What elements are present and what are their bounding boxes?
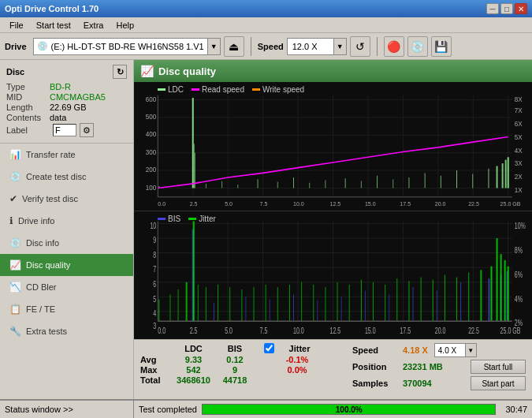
svg-text:12.5: 12.5: [329, 326, 340, 335]
svg-text:5: 5: [153, 294, 156, 304]
svg-text:25.0 GB: 25.0 GB: [500, 200, 521, 207]
maximize-button[interactable]: □: [500, 3, 513, 14]
svg-rect-56: [392, 179, 393, 188]
disc-mid-row: MID CMCMAGBA5: [6, 92, 127, 102]
legend-write-speed: Write speed: [252, 85, 304, 94]
svg-rect-57: [408, 177, 409, 188]
svg-text:4%: 4%: [515, 294, 523, 304]
svg-rect-43: [194, 144, 195, 188]
max-bis: 9: [215, 365, 255, 375]
svg-text:100: 100: [146, 183, 157, 192]
svg-rect-152: [456, 277, 457, 321]
svg-text:6: 6: [153, 279, 156, 289]
menu-bar: File Start test Extra Help: [0, 17, 532, 33]
progress-text: 100.0%: [203, 405, 495, 414]
svg-text:22.5: 22.5: [468, 200, 479, 207]
label-settings-button[interactable]: ⚙: [80, 123, 94, 137]
svg-rect-63: [497, 166, 498, 188]
legend-bis-label: BIS: [168, 215, 180, 223]
svg-rect-64: [502, 163, 504, 188]
drive-select[interactable]: 💿 (E:) HL-DT-ST BD-RE WH16NS58 1.V1: [33, 38, 208, 55]
svg-rect-144: [361, 279, 362, 321]
svg-text:6X: 6X: [515, 120, 523, 129]
svg-rect-127: [178, 289, 179, 321]
svg-text:400: 400: [146, 130, 157, 139]
close-button[interactable]: ✕: [515, 3, 527, 14]
sidebar-item-transfer-rate[interactable]: 📊 Transfer rate: [0, 144, 133, 166]
start-part-button[interactable]: Start part: [471, 376, 526, 390]
svg-rect-143: [349, 284, 350, 320]
position-value: 23231 MB: [403, 362, 443, 371]
menu-help[interactable]: Help: [110, 19, 140, 32]
sidebar-item-verify-test[interactable]: ✔ Verify test disc: [0, 188, 133, 210]
fe-te-icon: 📋: [9, 304, 21, 315]
sidebar-item-disc-info[interactable]: 💿 Disc info: [0, 232, 133, 254]
speed-select[interactable]: 12.0 X: [287, 38, 334, 55]
status-window-button[interactable]: Status window >>: [0, 401, 133, 418]
samples-label: Samples: [352, 379, 400, 388]
svg-text:20.0: 20.0: [435, 326, 446, 335]
sidebar-item-disc-quality[interactable]: 📈 Disc quality: [0, 254, 133, 276]
speed-dropdown-arrow[interactable]: ▼: [334, 38, 347, 55]
svg-text:0.0: 0.0: [158, 200, 166, 207]
legend-jitter-label: Jitter: [199, 215, 216, 223]
svg-text:2X: 2X: [515, 173, 523, 181]
charts-area: LDC Read speed Write speed: [134, 82, 532, 339]
menu-file[interactable]: File: [3, 19, 30, 32]
stats-header-jitter: Jitter: [276, 344, 323, 353]
sidebar-item-cd-bler[interactable]: 📉 CD Bler: [0, 276, 133, 298]
disc-label-input[interactable]: [53, 124, 76, 136]
erase-button[interactable]: 🔴: [384, 36, 404, 57]
minimize-button[interactable]: ─: [486, 3, 499, 14]
start-full-button[interactable]: Start full: [471, 360, 526, 374]
sidebar-item-create-test[interactable]: 💿 Create test disc: [0, 166, 133, 188]
svg-rect-48: [258, 179, 259, 188]
verify-test-icon: ✔: [9, 193, 17, 204]
read-speed-color-dot: [192, 88, 199, 91]
svg-rect-120: [437, 290, 437, 321]
save-button[interactable]: 💾: [431, 36, 452, 57]
status-time: 30:47: [505, 405, 527, 414]
total-ldc: 3468610: [172, 375, 215, 385]
refresh-button[interactable]: ↺: [350, 36, 370, 57]
eject-button[interactable]: ⏏: [224, 36, 244, 57]
svg-rect-131: [206, 286, 206, 320]
speed-dropdown-arrow[interactable]: ▼: [466, 343, 477, 357]
sidebar-item-extra-tests[interactable]: 🔧 Extra tests: [0, 320, 133, 342]
drive-dropdown-arrow[interactable]: ▼: [208, 38, 221, 55]
progress-bar-container: 100.0%: [202, 404, 496, 415]
disc-button[interactable]: 💿: [407, 36, 428, 57]
svg-rect-61: [472, 174, 473, 188]
nav-label-verify-test: Verify test disc: [22, 194, 78, 203]
app-title: Opti Drive Control 1.70: [5, 4, 99, 13]
svg-text:4X: 4X: [515, 146, 523, 155]
max-jitter: 0.0%: [273, 365, 321, 375]
speed-dropdown[interactable]: 4.0 X: [434, 343, 466, 357]
disc-quality-title: Disc quality: [158, 65, 216, 77]
legend-bis: BIS: [158, 215, 180, 223]
svg-rect-116: [341, 297, 342, 321]
svg-text:17.5: 17.5: [400, 326, 411, 335]
svg-rect-155: [490, 266, 492, 321]
svg-text:5.0: 5.0: [225, 326, 233, 335]
jitter-checkbox[interactable]: [264, 343, 274, 353]
sidebar-item-drive-info[interactable]: ℹ Drive info: [0, 210, 133, 232]
disc-length-val: 22.69 GB: [50, 103, 86, 112]
status-right: Test completed 100.0% 30:47: [134, 401, 532, 418]
svg-rect-52: [325, 180, 326, 188]
nav-label-disc-info: Disc info: [26, 238, 59, 248]
menu-extra[interactable]: Extra: [77, 19, 110, 32]
svg-rect-145: [373, 282, 374, 321]
svg-rect-132: [218, 284, 218, 320]
svg-rect-119: [413, 286, 414, 320]
disc-length-key: Length: [6, 103, 50, 112]
disc-refresh-button[interactable]: ↻: [113, 65, 127, 79]
menu-start-test[interactable]: Start test: [30, 19, 77, 32]
sidebar-item-fe-te[interactable]: 📋 FE / TE: [0, 298, 133, 320]
test-completed-text: Test completed: [139, 405, 197, 414]
separator-1: [251, 37, 251, 56]
legend-ldc-label: LDC: [168, 85, 184, 94]
speed-dropdown-value: 4.0 X: [438, 346, 456, 355]
disc-mid-key: MID: [6, 92, 50, 102]
separator-2: [377, 37, 378, 56]
